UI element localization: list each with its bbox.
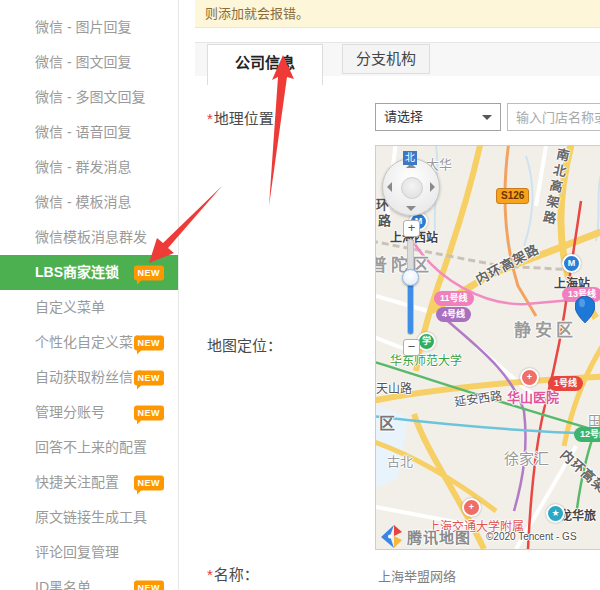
map-line-badge: 1号线 <box>548 376 583 391</box>
sidebar-item-label: 自定义菜单 <box>35 299 105 315</box>
map-line-badge: 11号线 <box>434 291 474 306</box>
sidebar-item[interactable]: 管理分账号NEW <box>0 395 178 430</box>
tab-bar: 公司信息分支机构 <box>195 42 600 76</box>
map-label: 区 <box>379 410 395 434</box>
sidebar-item[interactable]: 个性化自定义菜单NEW <box>0 325 178 360</box>
tab-company-info[interactable]: 公司信息 <box>207 44 323 85</box>
metro-icon: M <box>562 254 581 273</box>
required-mark: * <box>207 110 213 127</box>
pan-center-button[interactable] <box>401 177 423 199</box>
sidebar-item[interactable]: 微信 - 模板消息 <box>0 185 178 220</box>
sidebar-item-label: LBS商家连锁 <box>35 264 119 280</box>
sidebar-item[interactable]: 自动获取粉丝信息NEW <box>0 360 178 395</box>
sidebar-item[interactable]: 微信 - 图片回复 <box>0 10 178 45</box>
map-label: 华东师范大学 <box>390 351 462 368</box>
map-label: 徐家汇 <box>504 447 549 468</box>
sidebar-item-label: 评论回复管理 <box>35 544 119 560</box>
sidebar-item[interactable]: 微信 - 多图文回复 <box>0 80 178 115</box>
warning-text: 则添加就会报错。 <box>205 6 309 21</box>
map-line-badge: 4号线 <box>436 307 471 322</box>
new-badge: NEW <box>134 405 165 420</box>
sidebar-item[interactable]: 评论回复管理 <box>0 535 178 570</box>
sidebar-item[interactable]: 微信模板消息群发 <box>0 220 178 255</box>
sidebar-item-label: 微信 - 图片回复 <box>35 19 131 35</box>
sidebar-item[interactable]: 微信 - 语音回复 <box>0 115 178 150</box>
map-label: 静安区 <box>514 316 577 341</box>
pan-down-icon[interactable] <box>406 206 416 211</box>
app-root: 微信 - 图片回复微信 - 图文回复微信 - 多图文回复微信 - 语音回复微信 … <box>0 0 600 590</box>
map-line-badge: 12号线 <box>574 427 600 442</box>
sidebar-item-label: 快捷关注配置 <box>35 474 119 490</box>
sidebar-item-label: 微信 - 模板消息 <box>35 194 131 210</box>
poi-icon: ★ <box>546 504 565 523</box>
sidebar-item[interactable]: LBS商家连锁NEW <box>0 255 178 290</box>
new-badge: NEW <box>134 370 165 385</box>
store-search-input[interactable] <box>507 103 600 131</box>
zoom-slider-fill <box>408 284 413 334</box>
new-badge: NEW <box>134 265 165 280</box>
sidebar-item-label: 管理分账号 <box>35 404 105 420</box>
sidebar-item-label: 微信 - 图文回复 <box>35 54 131 70</box>
company-name-value: 上海举盟网络 <box>378 566 456 585</box>
store-select-dropdown[interactable]: 请选择 <box>375 103 501 131</box>
tencent-maps-wordmark: 腾讯地图 <box>407 526 471 547</box>
map-label: 天山路 <box>376 379 412 396</box>
sidebar-item[interactable]: 快捷关注配置NEW <box>0 465 178 500</box>
pan-left-icon[interactable] <box>387 182 392 192</box>
field-label-name: *名称： <box>207 563 259 584</box>
sidebar-item-label: 原文链接生成工具 <box>35 509 147 525</box>
sidebar-menu: 微信 - 图片回复微信 - 图文回复微信 - 多图文回复微信 - 语音回复微信 … <box>0 0 178 590</box>
chevron-down-icon <box>482 115 492 120</box>
map-canvas[interactable]: 大华环路南北高架路上海西站内环高架路普陀区上海站静安区华东师范大学天山路延安西路… <box>375 145 600 550</box>
sidebar-item[interactable]: 微信 - 图文回复 <box>0 45 178 80</box>
map-line-badge: S126 <box>496 188 529 204</box>
new-badge: NEW <box>134 335 165 350</box>
sidebar-item[interactable]: 微信 - 群发消息 <box>0 150 178 185</box>
map-pan-control <box>382 158 440 216</box>
warning-banner: 则添加就会报错。 <box>195 0 600 28</box>
required-mark: * <box>207 566 213 583</box>
map-copyright: ©2020 Tencent - GS <box>486 531 577 542</box>
zoom-in-button[interactable]: + <box>403 220 420 237</box>
select-value: 请选择 <box>384 109 423 124</box>
field-label-map-position: 地图定位： <box>207 334 282 355</box>
sidebar-item[interactable]: ID黑名单NEW <box>0 570 178 590</box>
new-badge: NEW <box>134 475 165 490</box>
sidebar-item-label: 微信 - 多图文回复 <box>35 89 145 105</box>
map-label: 古北 <box>387 451 413 470</box>
sidebar-item[interactable]: 自定义菜单 <box>0 290 178 325</box>
hospital-icon: + <box>520 368 539 387</box>
map-label: 龙华旅 <box>560 506 596 523</box>
sidebar-item-label: 微信 - 语音回复 <box>35 124 131 140</box>
sidebar-item-label: 回答不上来的配置 <box>35 439 147 455</box>
sidebar-item[interactable]: 原文链接生成工具 <box>0 500 178 535</box>
sidebar: 微信 - 图片回复微信 - 图文回复微信 - 多图文回复微信 - 语音回复微信 … <box>0 0 179 590</box>
sidebar-item-label: 个性化自定义菜单 <box>35 334 147 350</box>
pan-right-icon[interactable] <box>430 182 435 192</box>
sidebar-item[interactable]: 回答不上来的配置 <box>0 430 178 465</box>
sidebar-item-label: 微信 - 群发消息 <box>35 159 131 175</box>
hospital-icon: + <box>462 498 481 517</box>
field-label-location: *地理位置： <box>207 107 289 128</box>
zoom-slider-handle[interactable] <box>402 269 419 286</box>
tab-branches[interactable]: 分支机构 <box>342 44 430 74</box>
new-badge: NEW <box>134 580 165 590</box>
zoom-slider-track[interactable] <box>407 239 414 335</box>
map-label: 路 <box>378 210 391 229</box>
sidebar-item-label: 自动获取粉丝信息 <box>35 369 147 385</box>
sidebar-item-label: 微信模板消息群发 <box>35 229 147 245</box>
sidebar-item-label: ID黑名单 <box>35 579 91 590</box>
north-indicator: 北 <box>403 151 417 165</box>
map-pin-icon[interactable] <box>575 296 595 324</box>
tencent-maps-logo <box>379 523 405 549</box>
zoom-out-button[interactable]: − <box>403 339 420 356</box>
